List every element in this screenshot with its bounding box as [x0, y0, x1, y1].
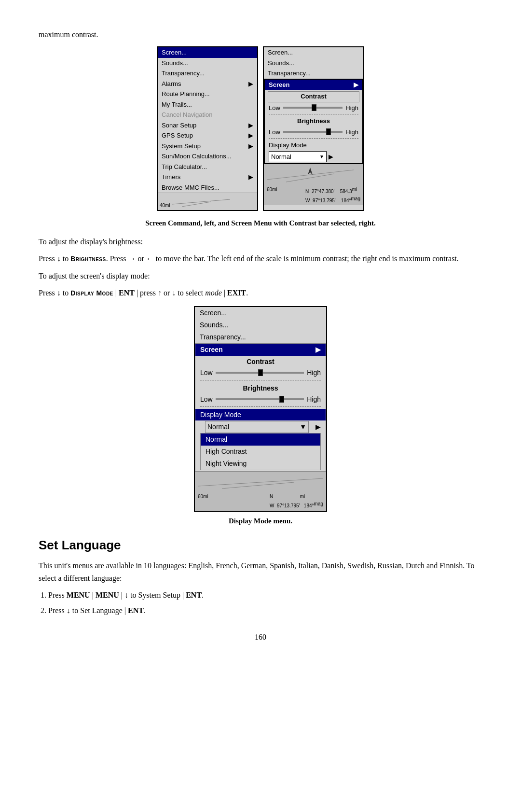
right-top-sounds: Sounds... — [264, 58, 363, 69]
step-1: Press MENU | MENU | ↓ to System Setup | … — [48, 589, 482, 602]
large-map-graphic — [198, 473, 323, 490]
large-dropdown-open: Normal High Contrast Night Viewing — [200, 433, 321, 470]
select-arrow-right: ▼ — [319, 153, 324, 160]
large-select-arrow: ▼ — [300, 422, 306, 432]
large-brightness-thumb — [279, 396, 284, 403]
contrast-label-right: Contrast — [268, 91, 359, 102]
set-language-heading: Set Language — [39, 536, 482, 555]
menu-item-trails: My Trails... — [158, 99, 257, 110]
bottom-caption: Display Mode menu. — [39, 516, 482, 527]
top-caption: Screen Command, left, and Screen Menu wi… — [39, 218, 482, 229]
brightness-detail-para: Press ↓ to Brightness. Press → or ← to m… — [39, 252, 482, 265]
map-area-left: 40mi — [158, 193, 257, 210]
step2-set-language: Set Language — [80, 606, 123, 615]
submenu-arrow-right: ▶ — [354, 80, 358, 90]
menu-item-cancel-nav: Cancel Navigation — [158, 110, 257, 120]
brightness-slider-right: Low High — [265, 126, 362, 138]
right-top-transparency: Transparency... — [264, 68, 363, 79]
menu-item-system: System Setup ▶ — [158, 141, 257, 152]
exit-keyword: EXIT — [227, 289, 246, 297]
left-menu-box: Screen... Sounds... Transparency... Alar… — [157, 46, 258, 211]
large-display-mode-select-row: Normal ▼ ▶ — [200, 421, 321, 433]
step1-ent: ENT — [186, 591, 202, 599]
dropdown-item-high-contrast: High Contrast — [201, 446, 320, 458]
brightness-intro-para: To adjust the display's brightness: — [39, 236, 482, 248]
arrow-icon: ▶ — [248, 131, 253, 140]
arrow-icon: ▶ — [248, 141, 253, 151]
large-brightness-label: Brightness — [195, 382, 326, 394]
numbered-steps: Press MENU | MENU | ↓ to System Setup | … — [48, 589, 482, 616]
submenu-side-arrow: ▶ — [329, 152, 333, 162]
contrast-slider-right: Low High — [265, 102, 362, 114]
step1-menu2: MENU — [96, 591, 119, 599]
compass-icon — [308, 168, 313, 175]
page-content: maximum contrast. Screen... Sounds... Tr… — [39, 29, 482, 643]
menu-item-screen: Screen... — [158, 47, 257, 58]
dotted-line-2 — [269, 138, 358, 139]
map-graphic-left — [172, 195, 230, 209]
map-graphic-right — [267, 165, 354, 183]
page-number: 160 — [39, 631, 482, 643]
large-top-screen: Screen... — [195, 307, 326, 319]
large-dotted-1 — [200, 380, 321, 380]
large-screenshot-center: Screen... Sounds... Transparency... Scre… — [39, 306, 482, 512]
top-screenshot-row: Screen... Sounds... Transparency... Alar… — [39, 46, 482, 211]
menu-item-sonar: Sonar Setup ▶ — [158, 120, 257, 131]
large-screen-panel: Screen... Sounds... Transparency... Scre… — [194, 306, 327, 512]
menu-item-sunmoon: Sun/Moon Calculations... — [158, 151, 257, 162]
screen-submenu-right: Screen ▶ Contrast Low High Brigh — [264, 79, 363, 165]
contrast-thumb-right — [312, 104, 316, 111]
dropdown-item-normal: Normal — [201, 434, 320, 446]
map-area-right: 60mi N 27°47.380' 584.3mi W 97°13.795' 1… — [264, 164, 363, 205]
step2-ent: ENT — [128, 606, 144, 615]
dotted-line-1 — [269, 114, 358, 114]
menu-item-route: Route Planning... — [158, 89, 257, 99]
brightness-keyword: Brightness — [70, 255, 106, 263]
large-brightness-slider: Low High — [195, 394, 326, 406]
map-footer-coords-right: 60mi N 27°47.380' 584.3mi W 97°13.795' 1… — [267, 186, 360, 205]
brightness-label-right: Brightness — [265, 116, 362, 126]
arrow-icon: ▶ — [248, 172, 253, 182]
step1-menu1: MENU — [67, 591, 90, 599]
large-side-arrow: ▶ — [315, 422, 321, 432]
large-contrast-thumb — [258, 369, 263, 376]
large-contrast-label: Contrast — [195, 356, 326, 367]
brightness-track-right — [283, 131, 343, 133]
menu-item-timers: Timers ▶ — [158, 172, 257, 182]
display-mode-label-right: Display Mode — [265, 140, 362, 151]
set-language-intro: This unit's menus are available in 10 la… — [39, 560, 482, 584]
svg-line-1 — [182, 202, 211, 207]
large-map-footer-coords: 60mi N mi W 97°13.795' 184°mag — [198, 493, 323, 509]
large-top-sounds: Sounds... — [195, 319, 326, 331]
large-display-mode-label: Display Mode — [195, 409, 326, 420]
large-brightness-track — [216, 398, 304, 400]
large-submenu-header: Screen ▶ — [195, 344, 326, 356]
ent-keyword: ENT — [119, 289, 135, 297]
menu-item-browse: Browse MMC Files... — [158, 182, 257, 193]
large-submenu: Screen ▶ Contrast Low High Brigh — [195, 343, 326, 472]
dropdown-item-night-viewing: Night Viewing — [201, 458, 320, 470]
large-submenu-arrow: ▶ — [315, 345, 321, 355]
step1-system-setup: System Setup — [138, 591, 180, 599]
large-contrast-track — [216, 372, 304, 374]
display-mode-keyword: Display Mode — [70, 289, 113, 297]
contrast-track-right — [283, 107, 343, 109]
menu-item-gps: GPS Setup ▶ — [158, 130, 257, 141]
arrow-icon: ▶ — [248, 79, 253, 89]
menu-item-alarms: Alarms ▶ — [158, 79, 257, 89]
intro-text: maximum contrast. — [39, 29, 482, 41]
large-display-mode-box: Normal ▼ — [205, 421, 309, 433]
display-mode-detail-para: Press ↓ to Display Mode | ENT | press ↑ … — [39, 287, 482, 299]
step-2: Press ↓ to Set Language | ENT. — [48, 604, 482, 617]
large-top-transparency: Transparency... — [195, 331, 326, 343]
menu-item-transparency: Transparency... — [158, 68, 257, 79]
select-box-right: Normal ▼ — [269, 151, 327, 163]
display-mode-intro-para: To adjust the screen's display mode: — [39, 270, 482, 282]
menu-item-sounds: Sounds... — [158, 58, 257, 69]
mode-italic: mode — [205, 289, 222, 297]
large-dotted-2 — [200, 406, 321, 407]
brightness-thumb-right — [326, 128, 331, 135]
right-screen-panel: Screen... Sounds... Transparency... Scre… — [263, 46, 364, 211]
menu-item-trip: Trip Calculator... — [158, 162, 257, 172]
svg-line-5 — [222, 482, 294, 489]
